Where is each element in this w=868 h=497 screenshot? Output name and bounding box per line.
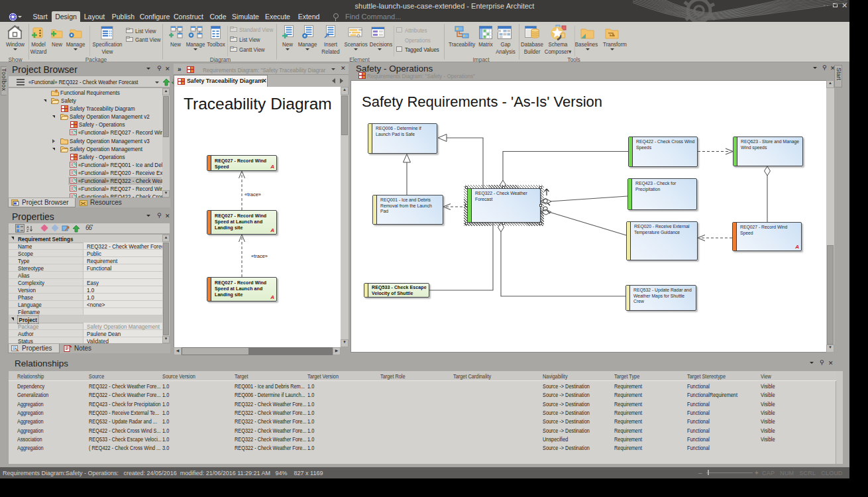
svg-text:«trace»: «trace» <box>244 192 261 197</box>
svg-text:«trace»: «trace» <box>251 253 268 259</box>
